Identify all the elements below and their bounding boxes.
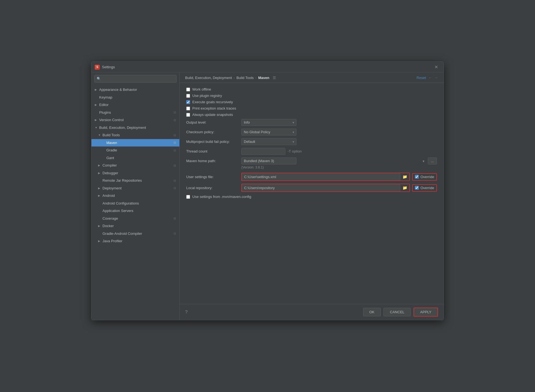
user-settings-browse-button[interactable]: 📁 xyxy=(400,173,409,180)
arrow-icon: ▶ xyxy=(95,88,98,92)
always-update-label: Always update snapshots xyxy=(192,113,233,117)
execute-goals-row: Execute goals recursively xyxy=(186,100,437,104)
sidebar-item-version-control[interactable]: ▶ Version Control ⊟ xyxy=(91,116,179,124)
user-settings-override-checkbox[interactable] xyxy=(415,175,419,179)
arrow-icon: ▶ xyxy=(98,186,101,190)
use-settings-mvn-row: Use settings from .mvn/maven.config xyxy=(186,195,437,199)
use-plugin-registry-row: Use plugin registry xyxy=(186,94,437,98)
sidebar-item-label: Appearance & Behavior xyxy=(99,87,137,92)
maven-home-select-wrapper: Bundled (Maven 3) Custom xyxy=(241,157,427,164)
t-option-label: -T option xyxy=(288,149,302,153)
search-box[interactable]: 🔍 xyxy=(94,75,177,83)
nav-tree: ▶ Appearance & Behavior Keymap ▶ Editor … xyxy=(91,85,179,320)
sidebar-item-android-configs[interactable]: Android Configurations xyxy=(91,200,179,207)
use-settings-mvn-checkbox[interactable] xyxy=(186,195,190,199)
sidebar-item-label: Plugins xyxy=(99,110,111,115)
local-repo-label: Local repository: xyxy=(186,186,241,190)
always-update-row: Always update snapshots xyxy=(186,113,437,117)
main-content: 🔍 ▶ Appearance & Behavior Keymap ▶ Edito… xyxy=(91,73,444,320)
maven-home-browse-button[interactable]: ... xyxy=(428,157,437,164)
local-repo-input-wrapper: 📁 xyxy=(241,184,410,192)
help-icon[interactable]: ? xyxy=(185,310,188,315)
work-offline-row: Work offline xyxy=(186,87,437,91)
output-level-select[interactable]: Info Debug Error Warn xyxy=(241,119,296,126)
sidebar-item-debugger[interactable]: ▶ Debugger xyxy=(91,169,179,177)
sidebar-item-gradle[interactable]: Gradle ⊟ xyxy=(91,146,179,154)
breadcrumb-part-3[interactable]: Maven xyxy=(258,76,269,80)
sidebar-item-remote-jar[interactable]: Remote Jar Repositories ⊟ xyxy=(91,177,179,184)
sidebar-item-build-exec[interactable]: ▼ Build, Execution, Deployment xyxy=(91,124,179,132)
settings-icon: ⊟ xyxy=(174,186,176,190)
thread-count-input[interactable] xyxy=(241,148,285,155)
output-level-row: Output level: Info Debug Error Warn xyxy=(186,119,437,126)
use-plugin-registry-label: Use plugin registry xyxy=(192,94,222,98)
sidebar-item-editor[interactable]: ▶ Editor xyxy=(91,101,179,109)
local-repo-override-wrapper: Override xyxy=(412,184,437,192)
work-offline-checkbox[interactable] xyxy=(186,88,190,91)
arrow-icon: ▶ xyxy=(98,224,101,228)
sidebar-item-plugins[interactable]: Plugins ⊟ xyxy=(91,109,179,116)
app-icon: S xyxy=(95,65,100,70)
menu-icon[interactable]: ☰ xyxy=(273,76,276,80)
multiproject-fail-select[interactable]: Default Fail At End Never Fail Fail Fast xyxy=(241,138,296,145)
arrow-icon: ▶ xyxy=(95,103,98,107)
sidebar-item-label: Keymap xyxy=(99,95,112,100)
sidebar-item-gradle-android[interactable]: Gradle-Android Compiler ⊟ xyxy=(91,230,179,238)
sidebar-item-build-tools[interactable]: ▼ Build Tools ⊟ xyxy=(91,131,179,139)
arrow-icon: ▶ xyxy=(98,194,101,198)
use-plugin-registry-checkbox[interactable] xyxy=(186,94,190,98)
reset-button[interactable]: Reset xyxy=(417,76,426,80)
search-icon: 🔍 xyxy=(97,77,101,81)
sidebar-item-label: Java Profiler xyxy=(102,238,122,244)
execute-goals-checkbox[interactable] xyxy=(186,100,190,104)
local-repo-override-checkbox[interactable] xyxy=(415,186,419,190)
sidebar-item-label: Android Configurations xyxy=(102,201,139,206)
settings-icon: ⊟ xyxy=(174,148,176,153)
apply-button[interactable]: APPLY xyxy=(414,307,438,317)
forward-button[interactable]: → xyxy=(434,75,438,80)
sidebar-item-java-profiler[interactable]: ▶ Java Profiler xyxy=(91,237,179,245)
breadcrumb-sep-2: › xyxy=(255,76,256,80)
sidebar-item-label: Compiler xyxy=(102,163,117,168)
print-exception-row: Print exception stack traces xyxy=(186,106,437,110)
local-repo-row: Local repository: 📁 Override xyxy=(186,184,437,192)
settings-area: Work offline Use plugin registry Execute… xyxy=(180,83,444,304)
multiproject-fail-select-wrapper: Default Fail At End Never Fail Fail Fast xyxy=(241,138,296,145)
settings-window: S Settings ✕ 🔍 ▶ Appearance & Behavior K… xyxy=(91,61,444,320)
sidebar-item-android[interactable]: ▶ Android xyxy=(91,192,179,200)
user-settings-input[interactable] xyxy=(242,173,400,180)
sidebar-item-maven[interactable]: Maven ⊟ xyxy=(91,139,179,147)
sidebar-item-app-servers[interactable]: Application Servers xyxy=(91,207,179,215)
execute-goals-label: Execute goals recursively xyxy=(192,100,233,104)
work-offline-label: Work offline xyxy=(192,87,211,91)
sidebar-item-deployment[interactable]: ▶ Deployment ⊟ xyxy=(91,184,179,192)
print-exception-checkbox[interactable] xyxy=(186,107,190,110)
ok-button[interactable]: OK xyxy=(363,308,381,316)
sidebar-item-gant[interactable]: Gant xyxy=(91,154,179,162)
checksum-policy-label: Checksum policy: xyxy=(186,130,241,134)
close-button[interactable]: ✕ xyxy=(432,63,440,71)
breadcrumb-part-1[interactable]: Build, Execution, Deployment xyxy=(185,76,232,80)
user-settings-label: User settings file: xyxy=(186,175,241,179)
sidebar-item-docker[interactable]: ▶ Docker xyxy=(91,222,179,230)
sidebar-item-appearance[interactable]: ▶ Appearance & Behavior xyxy=(91,86,179,94)
sidebar-item-label: Version Control xyxy=(99,117,124,123)
arrow-icon: ▶ xyxy=(95,118,98,122)
cancel-button[interactable]: CANCEL xyxy=(383,308,411,316)
right-panel: Build, Execution, Deployment › Build Too… xyxy=(180,73,444,320)
sidebar-item-coverage[interactable]: Coverage ⊟ xyxy=(91,215,179,222)
always-update-checkbox[interactable] xyxy=(186,113,190,117)
sidebar-item-compiler[interactable]: ▶ Compiler ⊟ xyxy=(91,162,179,169)
maven-home-select[interactable]: Bundled (Maven 3) Custom xyxy=(241,157,296,164)
local-repo-browse-button[interactable]: 📁 xyxy=(400,184,409,191)
local-repo-input[interactable] xyxy=(242,184,400,191)
settings-icon: ⊟ xyxy=(174,231,176,236)
sidebar-item-keymap[interactable]: Keymap xyxy=(91,94,179,101)
sidebar-item-label: Coverage xyxy=(102,216,118,221)
multiproject-fail-row: Multiproject build fail policy: Default … xyxy=(186,138,437,145)
use-settings-mvn-label: Use settings from .mvn/maven.config xyxy=(192,195,251,199)
breadcrumb-part-2[interactable]: Build Tools xyxy=(236,76,254,80)
search-input[interactable] xyxy=(102,77,174,81)
checksum-policy-select[interactable]: No Global Policy Fail Warn Ignore xyxy=(241,129,296,135)
back-button[interactable]: ← xyxy=(428,75,432,80)
